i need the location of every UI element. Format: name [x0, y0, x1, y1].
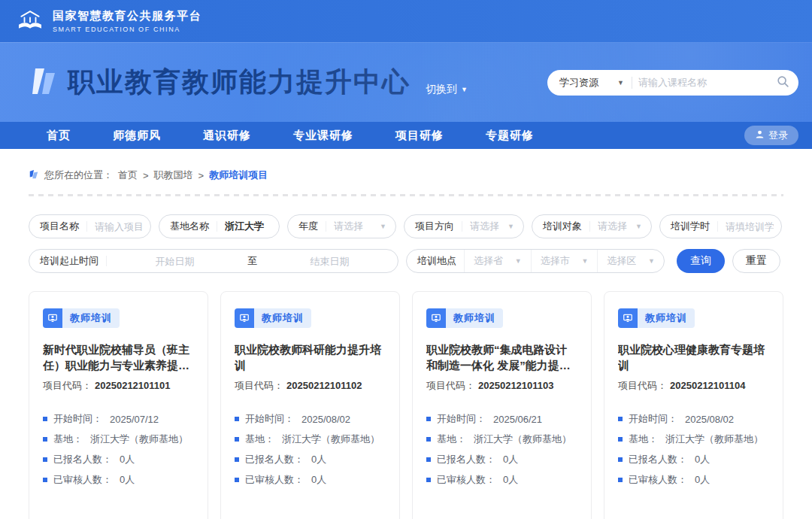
- field-value: 0人: [311, 473, 326, 487]
- card-field-base: 基地：浙江大学（教师基地）: [43, 432, 194, 446]
- card-code-value: 20250212101104: [670, 380, 746, 391]
- card-code-label: 项目代码：: [618, 380, 667, 391]
- switch-to-dropdown[interactable]: 切换到 ▼: [426, 83, 468, 96]
- search-category-select[interactable]: 学习资源 ▼: [552, 76, 632, 90]
- city-select[interactable]: 选择市 ▼: [531, 250, 598, 272]
- field-label: 开始时间：: [629, 412, 677, 426]
- field-label: 已审核人数：: [245, 473, 304, 487]
- field-label: 基地：: [437, 432, 466, 446]
- teacher-training-icon: [43, 308, 62, 328]
- card-fields: 开始时间：2025/08/02 基地：浙江大学（教师基地） 已报名人数：0人 已…: [235, 412, 386, 487]
- card-field-start: 开始时间：2025/08/02: [618, 412, 769, 426]
- card-field-approved: 已审核人数：0人: [235, 473, 386, 487]
- end-date-input[interactable]: [262, 256, 398, 267]
- field-value: 2025/07/12: [110, 414, 159, 425]
- card-badge: 教师培训: [43, 308, 120, 328]
- training-card[interactable]: 教师培训 职业院校教师科研能力提升培训 项目代码：20250212101102 …: [220, 291, 400, 519]
- project-name-input[interactable]: [87, 221, 150, 232]
- field-label: 开始时间：: [245, 412, 294, 426]
- filter-year-select[interactable]: 年度 请选择 ▼: [287, 214, 396, 238]
- card-field-base: 基地：浙江大学（教师基地）: [426, 432, 577, 446]
- nav-item-general-training[interactable]: 通识研修: [203, 129, 251, 143]
- field-label: 基地：: [245, 432, 274, 446]
- login-label: 登录: [768, 129, 788, 142]
- query-button[interactable]: 查询: [677, 249, 725, 273]
- nav-item-ethics[interactable]: 师德师风: [113, 129, 161, 143]
- card-title: 新时代职业院校辅导员（班主任）职业能力与专业素养提升...: [43, 341, 194, 373]
- card-code-value: 20250212101102: [286, 380, 362, 391]
- user-icon: [755, 129, 765, 141]
- breadcrumb-home[interactable]: 首页: [118, 168, 138, 182]
- search-icon[interactable]: [776, 74, 789, 91]
- filter-base-name: 基地名称: [159, 214, 280, 238]
- field-value: 浙江大学（教师基地）: [665, 432, 763, 446]
- hero-banner: 职业教育教师能力提升中心 切换到 ▼ 学习资源 ▼: [0, 42, 812, 122]
- breadcrumb-separator: >: [143, 170, 149, 181]
- field-label: 已审核人数：: [437, 473, 495, 487]
- platform-logo-icon: [15, 5, 45, 38]
- switch-to-label: 切换到: [426, 83, 457, 96]
- training-card[interactable]: 教师培训 新时代职业院校辅导员（班主任）职业能力与专业素养提升... 项目代码：…: [29, 291, 208, 519]
- card-code-label: 项目代码：: [43, 380, 92, 391]
- card-field-approved: 已审核人数：0人: [426, 473, 577, 487]
- breadcrumb-section[interactable]: 职教国培: [154, 168, 193, 182]
- chevron-down-icon: ▼: [503, 223, 523, 230]
- bullet-icon: [618, 437, 623, 442]
- card-field-approved: 已审核人数：0人: [618, 473, 769, 487]
- province-select[interactable]: 选择省 ▼: [464, 250, 531, 272]
- field-value: 0人: [695, 453, 710, 466]
- card-field-start: 开始时间：2025/07/12: [43, 412, 194, 426]
- chevron-down-icon: ▼: [617, 79, 624, 86]
- select-placeholder: 请选择: [462, 220, 503, 233]
- training-card[interactable]: 教师培训 职业院校心理健康教育专题培训 项目代码：20250212101104 …: [604, 291, 783, 519]
- card-field-registered: 已报名人数：0人: [618, 453, 769, 466]
- card-badge: 教师培训: [618, 308, 695, 328]
- field-label: 已报名人数：: [245, 453, 304, 466]
- chevron-down-icon: ▼: [644, 257, 664, 265]
- breadcrumb: 您所在的位置： 首页 > 职教国培 > 教师培训项目: [29, 168, 783, 182]
- nav-item-topic-training[interactable]: 专题研修: [486, 129, 534, 143]
- filter-label: 培训起止时间: [29, 254, 106, 268]
- nav-item-project-training[interactable]: 项目研修: [395, 129, 444, 143]
- training-hours-input[interactable]: [718, 221, 781, 232]
- select-placeholder: 选择市: [532, 254, 570, 268]
- card-code-label: 项目代码：: [235, 380, 283, 391]
- filter-panel: 项目名称 基地名称 年度 请选择 ▼ 项目方向 请选择 ▼ 培训对象 请选择 ▼: [29, 214, 783, 273]
- card-code-value: 20250212101101: [95, 380, 171, 391]
- district-select[interactable]: 选择区 ▼: [597, 250, 664, 272]
- platform-title-en: SMART EDUCATION OF CHINA: [53, 26, 201, 33]
- card-field-registered: 已报名人数：0人: [43, 453, 194, 466]
- select-placeholder: 选择省: [465, 254, 503, 268]
- card-field-approved: 已审核人数：0人: [43, 473, 194, 487]
- card-badge-label: 教师培训: [638, 308, 695, 328]
- field-label: 已审核人数：: [629, 473, 687, 487]
- card-field-registered: 已报名人数：0人: [235, 453, 386, 466]
- filter-direction-select[interactable]: 项目方向 请选择 ▼: [404, 214, 524, 238]
- breadcrumb-current: 教师培训项目: [209, 168, 268, 182]
- filter-hours: 培训学时: [659, 214, 782, 238]
- nav-item-course-training[interactable]: 专业课研修: [293, 129, 353, 143]
- field-value: 0人: [120, 453, 135, 466]
- login-button[interactable]: 登录: [744, 126, 798, 145]
- card-title: 职业院校教师“集成电路设计和制造一体化 发展”能力提升培训: [426, 341, 577, 373]
- filter-audience-select[interactable]: 培训对象 请选择 ▼: [532, 214, 652, 238]
- card-field-registered: 已报名人数：0人: [426, 453, 577, 466]
- bullet-icon: [235, 437, 239, 442]
- bullet-icon: [43, 417, 47, 421]
- training-card[interactable]: 教师培训 职业院校教师“集成电路设计和制造一体化 发展”能力提升培训 项目代码：…: [412, 291, 592, 519]
- filter-label: 年度: [288, 220, 326, 233]
- bullet-icon: [426, 437, 431, 442]
- field-label: 开始时间：: [437, 412, 486, 426]
- field-value: 2025/08/02: [301, 414, 350, 425]
- reset-button[interactable]: 重置: [732, 249, 780, 273]
- filter-row-1: 项目名称 基地名称 年度 请选择 ▼ 项目方向 请选择 ▼ 培训对象 请选择 ▼: [29, 214, 783, 238]
- filter-label: 项目名称: [29, 220, 86, 233]
- base-name-input[interactable]: [217, 221, 279, 232]
- field-value: 浙江大学（教师基地）: [474, 432, 571, 446]
- card-code: 项目代码：20250212101103: [426, 379, 577, 393]
- filter-row-2: 培训起止时间 至 培训地点 选择省 ▼ 选择市 ▼ 选择区 ▼ 查询 重置: [29, 249, 783, 273]
- course-search-input[interactable]: [632, 77, 776, 88]
- start-date-input[interactable]: [107, 256, 243, 267]
- nav-item-home[interactable]: 首页: [47, 129, 71, 143]
- field-value: 0人: [503, 453, 518, 466]
